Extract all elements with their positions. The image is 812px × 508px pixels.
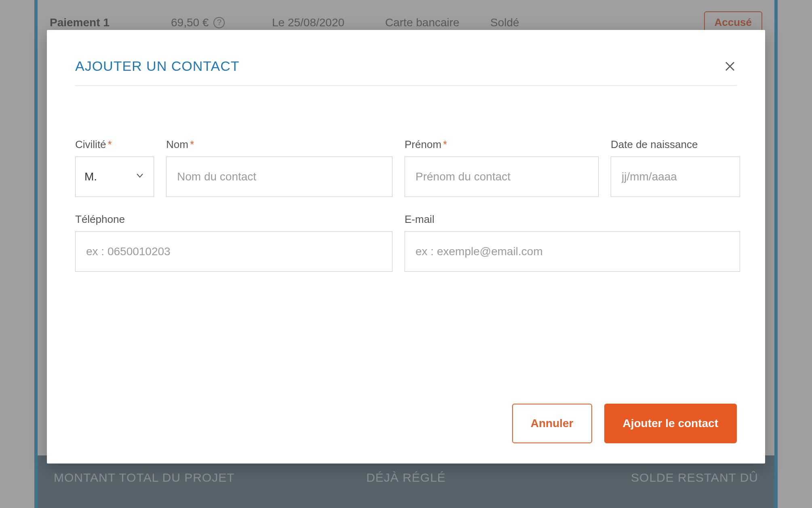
firstname-field: Prénom* [405,138,599,197]
phone-label: Téléphone [75,213,392,226]
add-contact-modal: AJOUTER UN CONTACT Civilité* M. Nom* [47,30,765,464]
submit-button[interactable]: Ajouter le contact [604,404,737,443]
email-input[interactable] [405,231,740,272]
phone-field: Téléphone [75,213,392,272]
firstname-input[interactable] [405,157,599,197]
chevron-down-icon [135,170,145,183]
civility-value: M. [84,170,97,183]
dob-input[interactable] [611,157,740,197]
civility-select[interactable]: M. [75,157,154,197]
civility-field: Civilité* M. [75,138,154,197]
dob-field: Date de naissance [611,138,740,197]
lastname-field: Nom* [166,138,392,197]
lastname-input[interactable] [166,157,392,197]
email-label: E-mail [405,213,740,226]
lastname-label: Nom* [166,138,392,151]
close-button[interactable] [723,59,737,73]
modal-header: AJOUTER UN CONTACT [75,58,737,86]
form-row-2: Téléphone E-mail [75,213,737,272]
close-icon [724,60,736,72]
firstname-label: Prénom* [405,138,599,151]
cancel-button[interactable]: Annuler [512,404,592,443]
phone-input[interactable] [75,231,392,272]
dob-label: Date de naissance [611,138,740,151]
civility-label: Civilité* [75,138,154,151]
email-field: E-mail [405,213,740,272]
modal-title: AJOUTER UN CONTACT [75,58,239,74]
modal-footer: Annuler Ajouter le contact [75,387,737,443]
form-row-1: Civilité* M. Nom* Prénom* Date de naissa… [75,138,737,197]
